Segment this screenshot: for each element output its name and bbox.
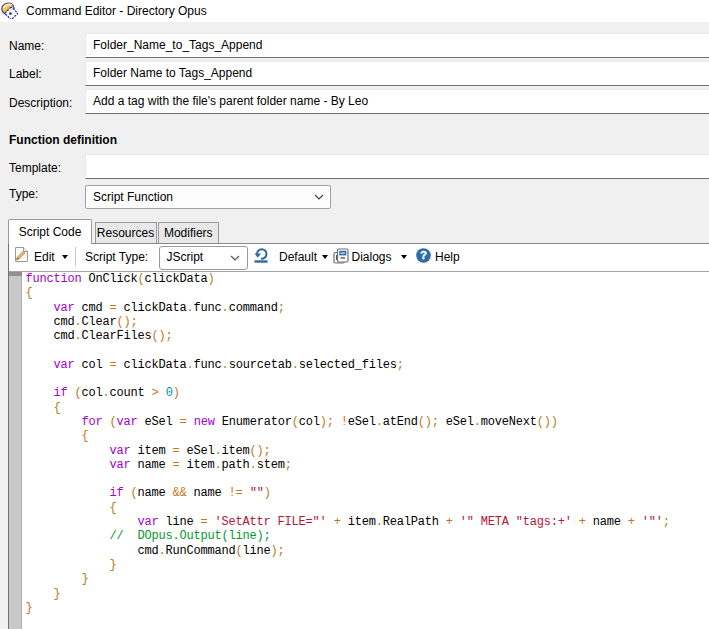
svg-text:?: ?: [420, 249, 427, 261]
